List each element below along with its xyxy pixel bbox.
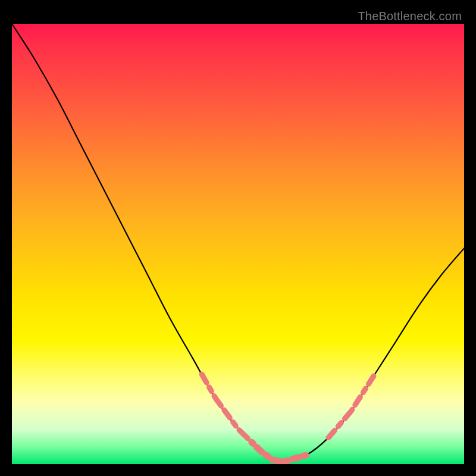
plot-area <box>12 24 464 464</box>
bottleneck-curve <box>12 24 464 462</box>
highlight-segment <box>252 442 306 462</box>
highlight-segment <box>328 376 374 438</box>
chart-frame: TheBottleneck.com <box>6 6 470 470</box>
curve-layer <box>12 24 464 464</box>
watermark-text: TheBottleneck.com <box>358 10 462 23</box>
highlight-segment <box>202 374 252 442</box>
highlight-layer <box>202 374 374 462</box>
